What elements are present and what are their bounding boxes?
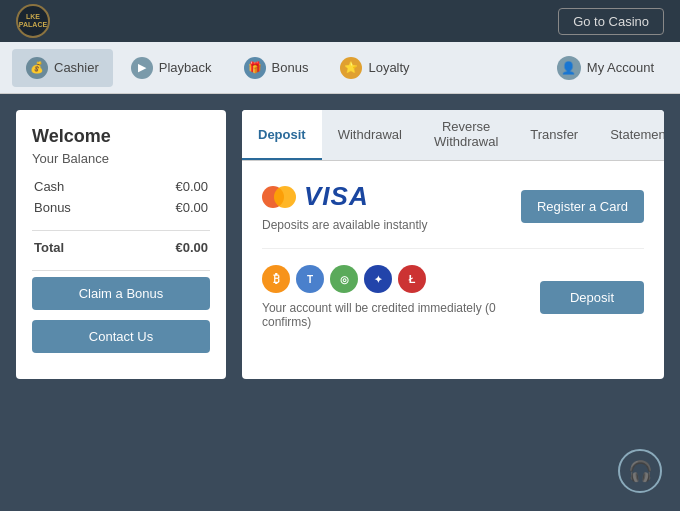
total-row: Total €0.00 [32,237,210,258]
visa-info: VISA Deposits are available instantly [262,181,427,232]
total-row-table: Total €0.00 [32,237,210,258]
main-tab-bar: 💰 Cashier ▶ Playback 🎁 Bonus ⭐ Loyalty 👤… [0,42,680,94]
bonus-label: Bonus [32,197,126,218]
right-panel: Deposit Withdrawal Reverse Withdrawal Tr… [242,110,664,379]
cash-row: Cash €0.00 [32,176,210,197]
panel-tab-statement[interactable]: Statement [594,110,664,160]
eth-icon: T [296,265,324,293]
claim-bonus-button[interactable]: Claim a Bonus [32,277,210,310]
crypto-icons: ₿ T ◎ ✦ Ł [262,265,540,293]
crypto-info: ₿ T ◎ ✦ Ł Your account will be credited … [262,265,540,329]
balance-label: Your Balance [32,151,210,166]
tab-bonus[interactable]: 🎁 Bonus [230,49,323,87]
total-divider [32,270,210,271]
account-icon: 👤 [557,56,581,80]
tab-loyalty[interactable]: ⭐ Loyalty [326,49,423,87]
tab-playback[interactable]: ▶ Playback [117,49,226,87]
register-card-button[interactable]: Register a Card [521,190,644,223]
bonus-value: €0.00 [126,197,210,218]
go-to-casino-button[interactable]: Go to Casino [558,8,664,35]
visa-section: VISA Deposits are available instantly Re… [262,181,644,249]
support-icon: 🎧 [628,459,653,483]
support-chat-button[interactable]: 🎧 [618,449,662,493]
total-value: €0.00 [118,237,210,258]
logo: LKE PALACE [16,4,50,38]
crypto-section: ₿ T ◎ ✦ Ł Your account will be credited … [262,265,644,329]
total-label: Total [32,237,118,258]
tab-loyalty-label: Loyalty [368,60,409,75]
cash-value: €0.00 [126,176,210,197]
welcome-heading: Welcome [32,126,210,147]
cash-label: Cash [32,176,126,197]
visa-text-label: VISA [304,181,369,212]
panel-tab-transfer[interactable]: Transfer [514,110,594,160]
contact-us-button[interactable]: Contact Us [32,320,210,353]
tab-playback-label: Playback [159,60,212,75]
loyalty-icon: ⭐ [340,57,362,79]
sidebar: Welcome Your Balance Cash €0.00 Bonus €0… [16,110,226,379]
top-nav: LKE PALACE Go to Casino [0,0,680,42]
xrp-icon: ✦ [364,265,392,293]
visa-subtitle: Deposits are available instantly [262,218,427,232]
main-tabs-left: 💰 Cashier ▶ Playback 🎁 Bonus ⭐ Loyalty [12,49,424,87]
my-account-button[interactable]: 👤 My Account [543,48,668,88]
dash-icon: Ł [398,265,426,293]
crypto-subtitle: Your account will be credited immediatel… [262,301,540,329]
ltc-icon: ◎ [330,265,358,293]
panel-tab-reverse-withdrawal[interactable]: Reverse Withdrawal [418,110,514,160]
tab-bonus-label: Bonus [272,60,309,75]
mastercard-icon [262,185,296,209]
mc-right-circle [274,186,296,208]
panel-tab-deposit[interactable]: Deposit [242,110,322,160]
main-content: Welcome Your Balance Cash €0.00 Bonus €0… [0,94,680,395]
tab-cashier-label: Cashier [54,60,99,75]
bonus-icon: 🎁 [244,57,266,79]
tab-cashier[interactable]: 💰 Cashier [12,49,113,87]
playback-icon: ▶ [131,57,153,79]
balance-divider [32,230,210,231]
bonus-row: Bonus €0.00 [32,197,210,218]
deposit-button[interactable]: Deposit [540,281,644,314]
panel-tabs: Deposit Withdrawal Reverse Withdrawal Tr… [242,110,664,161]
cashier-icon: 💰 [26,57,48,79]
btc-icon: ₿ [262,265,290,293]
panel-tab-withdrawal[interactable]: Withdrawal [322,110,418,160]
my-account-label: My Account [587,60,654,75]
panel-content: VISA Deposits are available instantly Re… [242,161,664,349]
balance-table: Cash €0.00 Bonus €0.00 [32,176,210,218]
visa-logo: VISA [262,181,427,212]
